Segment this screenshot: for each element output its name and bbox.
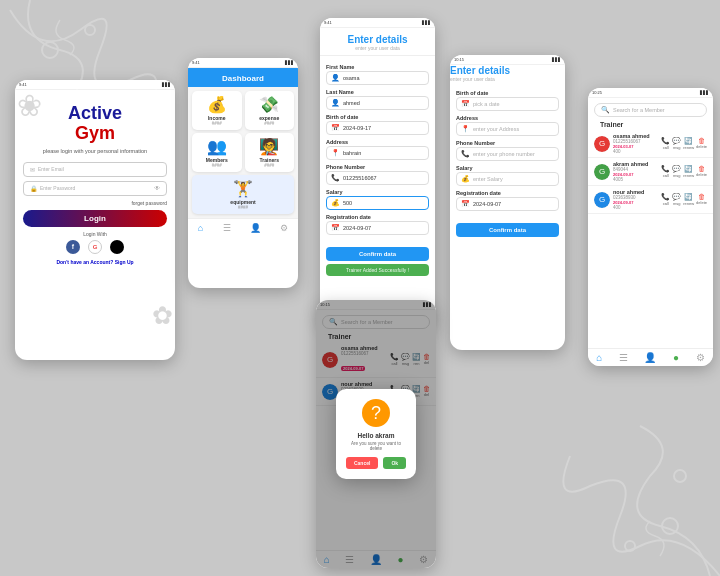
success-banner: Trainer Added Successfully ! bbox=[326, 264, 429, 276]
renew-icon: 🔄 bbox=[684, 137, 693, 145]
calendar-icon2: 📅 bbox=[331, 224, 340, 232]
google-login-button[interactable]: G bbox=[88, 240, 102, 254]
equipment-card[interactable]: 🏋️ equipment #### bbox=[192, 175, 294, 214]
income-card[interactable]: 💰 Income #### bbox=[192, 91, 242, 130]
form-title: Enter details bbox=[326, 34, 429, 45]
user-nav-icon[interactable]: 👤 bbox=[644, 352, 656, 363]
facebook-login-button[interactable]: f bbox=[66, 240, 80, 254]
settings-nav-icon[interactable]: ⚙ bbox=[696, 352, 705, 363]
social-login-group: f G bbox=[15, 240, 175, 254]
confirm-button[interactable]: Confirm data bbox=[456, 223, 559, 237]
salary-input[interactable]: 💰 enter Salary bbox=[456, 172, 559, 186]
call-btn[interactable]: 📞call bbox=[661, 137, 670, 150]
email-icon: ✉ bbox=[30, 166, 35, 173]
del-btn-akram[interactable]: 🗑delete bbox=[696, 165, 707, 178]
dashboard-screen: 9:41 ▋▋▋ Dashboard 💰 Income #### 💸 expen… bbox=[188, 58, 298, 288]
msg-btn-akram[interactable]: 💬msg bbox=[672, 165, 681, 178]
status-bar: 10:25 ▋▋▋ bbox=[588, 88, 713, 98]
svg-point-13 bbox=[662, 518, 678, 534]
location-icon: 📍 bbox=[461, 125, 470, 133]
dialog-cancel-button[interactable]: Cancel bbox=[346, 457, 378, 469]
call-btn-nour[interactable]: 📞call bbox=[661, 193, 670, 206]
reg-date-input[interactable]: 📅 2024-09-07 bbox=[326, 221, 429, 235]
form-body: First Name 👤 osama Last Name 👤 ahmed Bir… bbox=[320, 56, 435, 241]
members-icon: 👥 bbox=[195, 137, 239, 156]
members-card[interactable]: 👥 Members #### bbox=[192, 133, 242, 172]
phone-label: Phone Number bbox=[326, 164, 429, 170]
address-input[interactable]: 📍 enter your Address bbox=[456, 122, 559, 136]
user-nav-icon[interactable]: 👤 bbox=[250, 223, 261, 233]
call-icon-akram: 📞 bbox=[661, 165, 670, 173]
home-nav-icon[interactable]: ⌂ bbox=[198, 223, 203, 233]
phone-input[interactable]: 📞 01225516067 bbox=[326, 171, 429, 185]
reg-date-input[interactable]: 📅 2024-09-07 bbox=[456, 197, 559, 211]
phone-input[interactable]: 📞 enter your phone number bbox=[456, 147, 559, 161]
form-subtitle: enter your user data bbox=[326, 45, 429, 51]
renew-btn-akram[interactable]: 🔄renew bbox=[683, 165, 694, 178]
phone-icon: 📞 bbox=[461, 150, 470, 158]
birthdate-input[interactable]: 📅 pick a date bbox=[456, 97, 559, 111]
signup-link[interactable]: Sign Up bbox=[115, 259, 134, 265]
phone-label: Phone Number bbox=[456, 140, 559, 146]
trainer-item-nour: G nour ahmed 023638930 2024-09-07 400 📞c… bbox=[588, 186, 713, 214]
settings-nav-icon[interactable]: ⚙ bbox=[280, 223, 288, 233]
floral-decor2: ✿ bbox=[152, 301, 173, 330]
del-btn-nour[interactable]: 🗑delete bbox=[696, 193, 707, 206]
delete-dialog-overlay: ? Hello akram Are you sure you want to d… bbox=[316, 300, 436, 568]
del-btn[interactable]: 🗑delete bbox=[696, 137, 707, 150]
trainer-avatar-nour: G bbox=[594, 192, 610, 208]
trainer-delete-screen: 10:15 ▋▋▋ 🔍 Search for a Member Trainer … bbox=[316, 300, 436, 568]
login-button[interactable]: Login bbox=[23, 210, 167, 227]
forget-password-link[interactable]: forget password bbox=[23, 200, 167, 206]
apple-login-button[interactable] bbox=[110, 240, 124, 254]
trainers-card[interactable]: 🧑‍🏫 Trainers #### bbox=[245, 133, 295, 172]
address-label: Address bbox=[326, 139, 429, 145]
salary-input[interactable]: 💰 500 bbox=[326, 196, 429, 210]
msg-icon-nour: 💬 bbox=[672, 193, 681, 201]
expense-icon: 💸 bbox=[248, 95, 292, 114]
expense-card[interactable]: 💸 expense #### bbox=[245, 91, 295, 130]
svg-point-15 bbox=[674, 470, 686, 482]
salary-label: Salary bbox=[456, 165, 559, 171]
password-field[interactable]: 🔒 Enter Password 👁 bbox=[23, 181, 167, 196]
search-icon: 🔍 bbox=[601, 106, 610, 114]
lock-icon: 🔒 bbox=[30, 185, 37, 192]
dialog-title: Hello akram bbox=[348, 432, 404, 439]
msg-btn[interactable]: 💬msg bbox=[672, 137, 681, 150]
calendar-icon2: 📅 bbox=[461, 200, 470, 208]
status-bar: 9:41 ▋▋▋ bbox=[320, 18, 435, 28]
phone-icon: 📞 bbox=[331, 174, 340, 182]
dialog-buttons: Cancel Ok bbox=[348, 457, 404, 469]
show-password-icon[interactable]: 👁 bbox=[154, 185, 160, 191]
first-name-input[interactable]: 👤 osama bbox=[326, 71, 429, 85]
renew-btn[interactable]: 🔄renew bbox=[683, 137, 694, 150]
email-field[interactable]: ✉ Enter Email bbox=[23, 162, 167, 177]
active-icon[interactable]: ● bbox=[673, 352, 679, 363]
confirm-button[interactable]: Confirm data bbox=[326, 247, 429, 261]
app-title: Active Gym bbox=[15, 104, 175, 144]
trainers-icon: 🧑‍🏫 bbox=[248, 137, 292, 156]
svg-point-10 bbox=[42, 42, 58, 58]
call-icon-nour: 📞 bbox=[661, 193, 670, 201]
home-nav-icon[interactable]: ⌂ bbox=[596, 352, 602, 363]
trainer-actions: 📞call 💬msg 🔄renew 🗑delete bbox=[661, 137, 707, 150]
last-name-label: Last Name bbox=[326, 89, 429, 95]
call-btn-akram[interactable]: 📞call bbox=[661, 165, 670, 178]
form-header: Enter details enter your user data bbox=[450, 65, 565, 82]
bottom-nav-right: ⌂ ☰ 👤 ● ⚙ bbox=[588, 348, 713, 366]
last-name-input[interactable]: 👤 ahmed bbox=[326, 96, 429, 110]
dialog-question-icon: ? bbox=[362, 399, 390, 427]
birthdate-input[interactable]: 📅 2024-09-17 bbox=[326, 121, 429, 135]
equipment-icon: 🏋️ bbox=[195, 179, 291, 198]
menu-nav-icon[interactable]: ☰ bbox=[619, 352, 628, 363]
address-input[interactable]: 📍 bahrain bbox=[326, 146, 429, 160]
search-bar[interactable]: 🔍 Search for a Member bbox=[594, 103, 707, 117]
dialog-ok-button[interactable]: Ok bbox=[383, 457, 406, 469]
status-bar: 9:41 ▋▋▋ bbox=[15, 80, 175, 90]
del-icon: 🗑 bbox=[698, 137, 705, 144]
renew-btn-nour[interactable]: 🔄renew bbox=[683, 193, 694, 206]
msg-btn-nour[interactable]: 💬msg bbox=[672, 193, 681, 206]
location-icon: 📍 bbox=[331, 149, 340, 157]
trainer-section-label: Trainer bbox=[594, 121, 707, 128]
menu-nav-icon[interactable]: ☰ bbox=[223, 223, 231, 233]
